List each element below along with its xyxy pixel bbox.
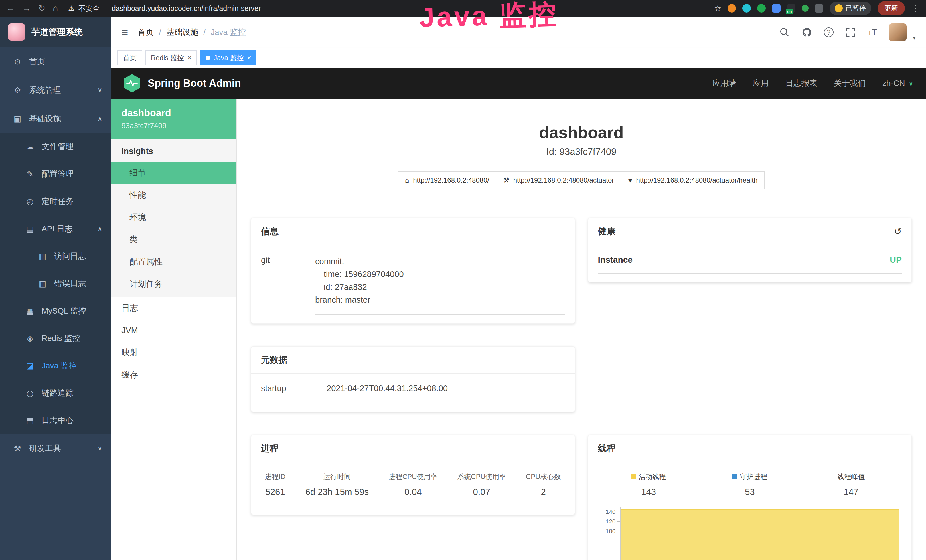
sba-nav-applications[interactable]: 应用 — [753, 78, 769, 89]
sidebar-item-mysql-monitor[interactable]: ▦ MySQL 监控 — [0, 297, 111, 325]
profile-paused-badge[interactable]: 已暂停 — [830, 2, 871, 15]
sidebar-item-home[interactable]: ⊙ 首页 — [0, 47, 111, 76]
security-warning-icon: ⚠ — [68, 4, 74, 12]
actuator-url-link[interactable]: ⚒ http://192.168.0.2:48080/actuator — [496, 171, 621, 189]
sidebar-item-error-log[interactable]: ▥ 错误日志 — [0, 270, 111, 297]
sba-nav-about[interactable]: 关于我们 — [834, 78, 866, 89]
bookmark-star-icon[interactable]: ☆ — [714, 4, 721, 13]
forward-icon[interactable]: → — [22, 4, 31, 12]
health-url-link[interactable]: ♥ http://192.168.0.2:48080/actuator/heal… — [621, 171, 764, 189]
wrench-icon: ⚒ — [503, 176, 509, 184]
sidebar-item-mappings[interactable]: 映射 — [111, 342, 236, 364]
browser-menu-icon[interactable]: ⋮ — [911, 3, 920, 14]
user-avatar[interactable] — [889, 23, 906, 41]
sidebar-item-classes[interactable]: 类 — [111, 229, 236, 251]
document-icon: ▥ — [38, 251, 47, 261]
tab-redis-monitor[interactable]: Redis 监控 × — [145, 50, 197, 65]
app-layout: 芋道管理系统 ⊙ 首页 ⚙ 系统管理 ∨ ▣ 基础设施 ∧ — [0, 17, 926, 560]
tab-java-monitor[interactable]: Java 监控 × — [200, 50, 256, 65]
history-icon[interactable]: ↺ — [894, 226, 902, 237]
sidebar-item-label: 日志中心 — [42, 415, 74, 426]
sidebar-item-tracing[interactable]: ◎ 链路追踪 — [0, 380, 111, 407]
github-icon[interactable] — [802, 27, 812, 37]
sidebar-item-label: 首页 — [29, 56, 45, 67]
sidebar-item-label: MySQL 监控 — [42, 306, 86, 316]
y-tick-label: 100 — [605, 528, 616, 534]
instance-details-panel: dashboard Id: 93a3fc7f7409 ⌂ http://192.… — [237, 99, 926, 560]
update-button[interactable]: 更新 — [878, 1, 905, 15]
instance-sidebar: dashboard 93a3fc7f7409 Insights 细节 性能 环境… — [111, 99, 237, 560]
chevron-down-icon: ∨ — [98, 86, 102, 94]
puzzle-icon[interactable] — [815, 4, 823, 12]
hamburger-icon[interactable]: ≡ — [121, 26, 128, 39]
help-icon[interactable]: ? — [824, 27, 834, 37]
breadcrumb-home[interactable]: 首页 — [138, 27, 154, 38]
sidebar-item-logs[interactable]: 日志 — [111, 297, 236, 319]
sidebar-item-caches[interactable]: 缓存 — [111, 364, 236, 386]
breadcrumb-infrastructure[interactable]: 基础设施 — [166, 27, 198, 38]
service-url-link[interactable]: ⌂ http://192.168.0.2:48080/ — [398, 171, 496, 189]
extension-leaf-icon[interactable] — [802, 5, 808, 12]
breadcrumb-current: Java 监控 — [211, 27, 246, 38]
yellow-swatch-icon — [631, 474, 636, 479]
sidebar-menu: ⊙ 首页 ⚙ 系统管理 ∨ ▣ 基础设施 ∧ ☁ 文件管理 — [0, 47, 111, 463]
sidebar-item-config-mgmt[interactable]: ✎ 配置管理 — [0, 160, 111, 188]
app-logo[interactable]: 芋道管理系统 — [0, 17, 111, 47]
extension-cyan-icon[interactable] — [742, 4, 751, 12]
sba-nav-journal[interactable]: 日志报表 — [785, 78, 817, 89]
metadata-card: 元数据 startup 2021-04-27T00:44:31.254+08:0… — [251, 346, 575, 412]
sba-nav-wallboard[interactable]: 应用墙 — [713, 78, 736, 89]
locale-selector[interactable]: zh-CN ∨ — [882, 79, 914, 88]
sidebar-item-metrics[interactable]: 性能 — [111, 184, 236, 206]
sidebar-item-dev-tools[interactable]: ⚒ 研发工具 ∨ — [0, 434, 111, 463]
process-card: 进程 进程ID 5261 运行时间 — [251, 435, 575, 515]
sidebar-item-label: 文件管理 — [42, 141, 74, 152]
sidebar-item-label: 定时任务 — [42, 196, 74, 207]
close-icon[interactable]: × — [247, 54, 251, 62]
sidebar-item-jvm[interactable]: JVM — [111, 319, 236, 342]
sidebar-item-file-mgmt[interactable]: ☁ 文件管理 — [0, 133, 111, 160]
sidebar-item-access-log[interactable]: ▥ 访问日志 — [0, 242, 111, 270]
sba-navbar: Spring Boot Admin 应用墙 应用 日志报表 关于我们 zh-CN… — [111, 68, 926, 99]
infrastructure-submenu: ☁ 文件管理 ✎ 配置管理 ◴ 定时任务 ▤ API 日志 ∧ — [0, 133, 111, 434]
sidebar-item-log-center[interactable]: ▤ 日志中心 — [0, 407, 111, 434]
breadcrumb-separator: / — [203, 28, 206, 37]
instance-header[interactable]: dashboard 93a3fc7f7409 — [111, 99, 236, 139]
legend-value: 53 — [699, 487, 800, 497]
card-title: 健康 — [598, 226, 616, 238]
extension-green-icon[interactable] — [757, 4, 766, 12]
sidebar-item-scheduled-jobs[interactable]: ◴ 定时任务 — [0, 188, 111, 215]
status-badge: UP — [890, 255, 902, 265]
sba-brand-title: Spring Boot Admin — [148, 77, 241, 89]
extension-switch-icon[interactable]: on — [787, 4, 795, 12]
instance-id: 93a3fc7f7409 — [121, 121, 226, 130]
blue-swatch-icon — [732, 474, 737, 479]
extension-orange-icon[interactable] — [728, 4, 736, 12]
tab-home[interactable]: 首页 — [118, 50, 142, 65]
address-bar[interactable]: ⚠ 不安全 dashboard.yudao.iocoder.cn/infra/a… — [68, 4, 261, 13]
reload-icon[interactable]: ↻ — [38, 4, 45, 12]
close-icon[interactable]: × — [188, 54, 191, 62]
sidebar-item-details[interactable]: 细节 — [111, 162, 236, 184]
sidebar-item-java-monitor[interactable]: ◪ Java 监控 — [0, 352, 111, 380]
health-instance-row[interactable]: Instance UP — [598, 255, 902, 274]
sidebar-item-system-mgmt[interactable]: ⚙ 系统管理 ∨ — [0, 76, 111, 104]
extension-blue-icon[interactable] — [772, 4, 781, 12]
sidebar-item-infrastructure[interactable]: ▣ 基础设施 ∧ — [0, 104, 111, 133]
url-text: dashboard.yudao.iocoder.cn/infra/admin-s… — [112, 4, 261, 12]
sidebar-item-environment[interactable]: 环境 — [111, 206, 236, 229]
tools-icon: ⚒ — [12, 444, 22, 453]
spring-boot-admin-logo[interactable] — [124, 74, 140, 92]
tick-mark — [617, 512, 620, 512]
search-icon[interactable] — [779, 27, 790, 37]
fullscreen-icon[interactable] — [846, 27, 856, 37]
sidebar-item-redis-monitor[interactable]: ◈ Redis 监控 — [0, 325, 111, 352]
metadata-card-header: 元数据 — [251, 347, 575, 374]
browser-home-icon[interactable]: ⌂ — [53, 4, 58, 12]
sidebar-item-scheduled-tasks[interactable]: 计划任务 — [111, 273, 236, 295]
back-icon[interactable]: ← — [6, 4, 15, 12]
sidebar-item-api-log[interactable]: ▤ API 日志 ∧ — [0, 215, 111, 242]
font-size-icon[interactable]: тT — [868, 27, 877, 37]
sidebar-item-config-props[interactable]: 配置属性 — [111, 251, 236, 273]
stat-value: 0.04 — [389, 487, 437, 497]
